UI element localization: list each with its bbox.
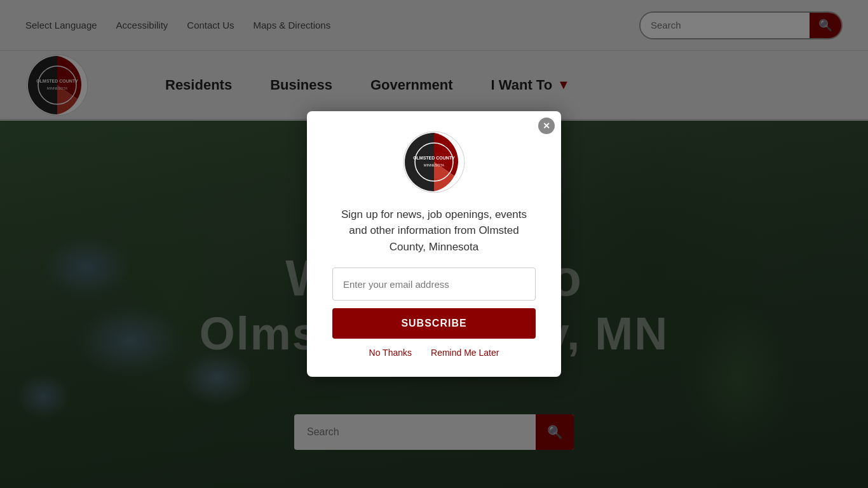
svg-text:MINNESOTA: MINNESOTA: [424, 163, 445, 167]
svg-text:OLMSTED COUNTY: OLMSTED COUNTY: [413, 156, 455, 160]
modal-overlay: ✕ OLMSTED COUNTY MINNESOTA Sign up for n…: [0, 0, 868, 488]
subscribe-button[interactable]: SUBSCRIBE: [332, 308, 536, 339]
no-thanks-link[interactable]: No Thanks: [369, 348, 412, 358]
remind-later-link[interactable]: Remind Me Later: [431, 348, 499, 358]
modal-description: Sign up for news, job openings, events a…: [332, 207, 536, 255]
modal-footer: No Thanks Remind Me Later: [332, 348, 536, 358]
modal-email-input[interactable]: [332, 268, 536, 301]
close-icon: ✕: [543, 121, 550, 131]
subscription-modal: ✕ OLMSTED COUNTY MINNESOTA Sign up for n…: [307, 111, 561, 377]
modal-logo: OLMSTED COUNTY MINNESOTA: [402, 130, 466, 194]
modal-close-button[interactable]: ✕: [538, 118, 555, 134]
